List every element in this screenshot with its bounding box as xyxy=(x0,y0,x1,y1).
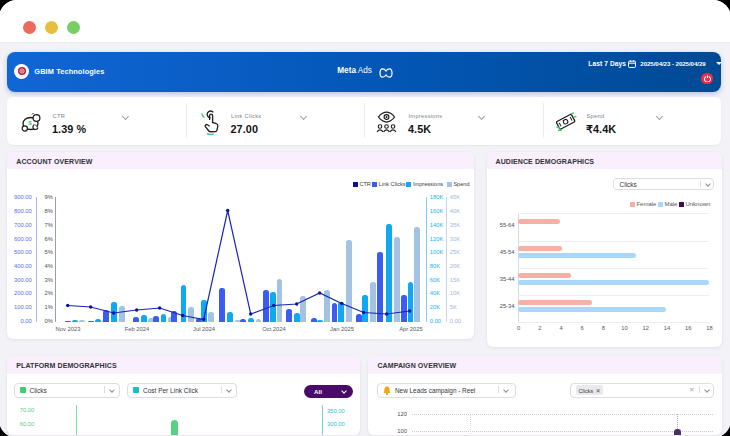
svg-text:$: $ xyxy=(29,119,33,126)
